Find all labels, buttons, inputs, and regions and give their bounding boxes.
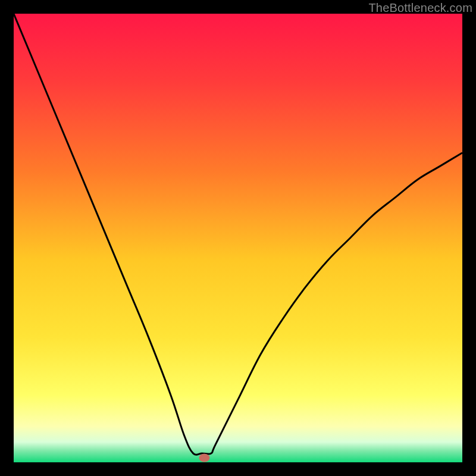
watermark-text: TheBottleneck.com [368, 1, 472, 15]
chart-frame [14, 14, 462, 462]
optimal-point-marker [199, 453, 209, 462]
bottleneck-chart [14, 14, 462, 462]
chart-background-gradient [14, 14, 462, 462]
